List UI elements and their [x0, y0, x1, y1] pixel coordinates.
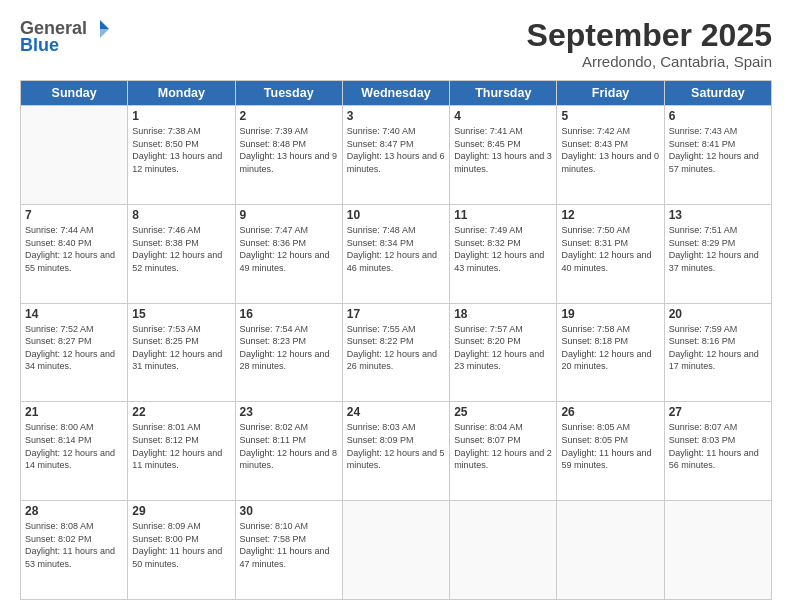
daylight-text: Daylight: 12 hours and 8 minutes.: [240, 448, 338, 471]
sunrise-text: Sunrise: 7:54 AM: [240, 324, 309, 334]
logo: General Blue: [20, 18, 111, 56]
day-info: Sunrise: 7:49 AMSunset: 8:32 PMDaylight:…: [454, 224, 552, 274]
sunset-text: Sunset: 8:41 PM: [669, 139, 736, 149]
daylight-text: Daylight: 13 hours and 0 minutes.: [561, 151, 659, 174]
day-info: Sunrise: 8:03 AMSunset: 8:09 PMDaylight:…: [347, 421, 445, 471]
daylight-text: Daylight: 12 hours and 2 minutes.: [454, 448, 552, 471]
day-info: Sunrise: 7:41 AMSunset: 8:45 PMDaylight:…: [454, 125, 552, 175]
sunset-text: Sunset: 8:25 PM: [132, 336, 199, 346]
sunset-text: Sunset: 8:43 PM: [561, 139, 628, 149]
daylight-text: Daylight: 11 hours and 59 minutes.: [561, 448, 651, 471]
day-info: Sunrise: 8:00 AMSunset: 8:14 PMDaylight:…: [25, 421, 123, 471]
table-row: [450, 501, 557, 600]
table-row: 23Sunrise: 8:02 AMSunset: 8:11 PMDayligh…: [235, 402, 342, 501]
sunrise-text: Sunrise: 7:51 AM: [669, 225, 738, 235]
table-row: 24Sunrise: 8:03 AMSunset: 8:09 PMDayligh…: [342, 402, 449, 501]
sunset-text: Sunset: 8:18 PM: [561, 336, 628, 346]
day-info: Sunrise: 7:51 AMSunset: 8:29 PMDaylight:…: [669, 224, 767, 274]
day-info: Sunrise: 8:09 AMSunset: 8:00 PMDaylight:…: [132, 520, 230, 570]
header-monday: Monday: [128, 81, 235, 106]
svg-marker-1: [100, 29, 109, 38]
page: General Blue September 2025 Arredondo, C…: [0, 0, 792, 612]
day-number: 1: [132, 109, 230, 123]
daylight-text: Daylight: 12 hours and 23 minutes.: [454, 349, 544, 372]
day-number: 16: [240, 307, 338, 321]
table-row: 30Sunrise: 8:10 AMSunset: 7:58 PMDayligh…: [235, 501, 342, 600]
table-row: [557, 501, 664, 600]
day-number: 27: [669, 405, 767, 419]
sunrise-text: Sunrise: 8:10 AM: [240, 521, 309, 531]
daylight-text: Daylight: 11 hours and 50 minutes.: [132, 546, 222, 569]
sunset-text: Sunset: 8:36 PM: [240, 238, 307, 248]
day-number: 13: [669, 208, 767, 222]
table-row: 4Sunrise: 7:41 AMSunset: 8:45 PMDaylight…: [450, 106, 557, 205]
sunrise-text: Sunrise: 7:41 AM: [454, 126, 523, 136]
sunrise-text: Sunrise: 7:48 AM: [347, 225, 416, 235]
table-row: [21, 106, 128, 205]
day-info: Sunrise: 7:43 AMSunset: 8:41 PMDaylight:…: [669, 125, 767, 175]
table-row: 11Sunrise: 7:49 AMSunset: 8:32 PMDayligh…: [450, 204, 557, 303]
daylight-text: Daylight: 11 hours and 56 minutes.: [669, 448, 759, 471]
table-row: 8Sunrise: 7:46 AMSunset: 8:38 PMDaylight…: [128, 204, 235, 303]
sunset-text: Sunset: 8:29 PM: [669, 238, 736, 248]
day-number: 10: [347, 208, 445, 222]
day-info: Sunrise: 8:10 AMSunset: 7:58 PMDaylight:…: [240, 520, 338, 570]
daylight-text: Daylight: 11 hours and 53 minutes.: [25, 546, 115, 569]
sunrise-text: Sunrise: 7:59 AM: [669, 324, 738, 334]
sunrise-text: Sunrise: 8:05 AM: [561, 422, 630, 432]
table-row: 26Sunrise: 8:05 AMSunset: 8:05 PMDayligh…: [557, 402, 664, 501]
day-number: 19: [561, 307, 659, 321]
header-friday: Friday: [557, 81, 664, 106]
table-row: 9Sunrise: 7:47 AMSunset: 8:36 PMDaylight…: [235, 204, 342, 303]
table-row: [342, 501, 449, 600]
day-number: 20: [669, 307, 767, 321]
calendar-week-row: 7Sunrise: 7:44 AMSunset: 8:40 PMDaylight…: [21, 204, 772, 303]
daylight-text: Daylight: 12 hours and 55 minutes.: [25, 250, 115, 273]
sunset-text: Sunset: 8:07 PM: [454, 435, 521, 445]
day-number: 26: [561, 405, 659, 419]
calendar-subtitle: Arredondo, Cantabria, Spain: [527, 53, 772, 70]
day-number: 5: [561, 109, 659, 123]
day-number: 6: [669, 109, 767, 123]
table-row: 21Sunrise: 8:00 AMSunset: 8:14 PMDayligh…: [21, 402, 128, 501]
daylight-text: Daylight: 12 hours and 49 minutes.: [240, 250, 330, 273]
daylight-text: Daylight: 12 hours and 46 minutes.: [347, 250, 437, 273]
sunset-text: Sunset: 8:00 PM: [132, 534, 199, 544]
table-row: 12Sunrise: 7:50 AMSunset: 8:31 PMDayligh…: [557, 204, 664, 303]
sunrise-text: Sunrise: 7:49 AM: [454, 225, 523, 235]
sunset-text: Sunset: 8:16 PM: [669, 336, 736, 346]
sunset-text: Sunset: 8:03 PM: [669, 435, 736, 445]
day-number: 3: [347, 109, 445, 123]
table-row: 28Sunrise: 8:08 AMSunset: 8:02 PMDayligh…: [21, 501, 128, 600]
table-row: 5Sunrise: 7:42 AMSunset: 8:43 PMDaylight…: [557, 106, 664, 205]
day-info: Sunrise: 7:46 AMSunset: 8:38 PMDaylight:…: [132, 224, 230, 274]
day-number: 24: [347, 405, 445, 419]
day-info: Sunrise: 7:38 AMSunset: 8:50 PMDaylight:…: [132, 125, 230, 175]
daylight-text: Daylight: 12 hours and 14 minutes.: [25, 448, 115, 471]
table-row: 16Sunrise: 7:54 AMSunset: 8:23 PMDayligh…: [235, 303, 342, 402]
table-row: 3Sunrise: 7:40 AMSunset: 8:47 PMDaylight…: [342, 106, 449, 205]
day-info: Sunrise: 8:05 AMSunset: 8:05 PMDaylight:…: [561, 421, 659, 471]
daylight-text: Daylight: 12 hours and 57 minutes.: [669, 151, 759, 174]
table-row: 25Sunrise: 8:04 AMSunset: 8:07 PMDayligh…: [450, 402, 557, 501]
svg-marker-0: [100, 20, 109, 29]
daylight-text: Daylight: 12 hours and 20 minutes.: [561, 349, 651, 372]
header-saturday: Saturday: [664, 81, 771, 106]
day-number: 25: [454, 405, 552, 419]
table-row: 14Sunrise: 7:52 AMSunset: 8:27 PMDayligh…: [21, 303, 128, 402]
day-info: Sunrise: 7:50 AMSunset: 8:31 PMDaylight:…: [561, 224, 659, 274]
day-number: 28: [25, 504, 123, 518]
sunset-text: Sunset: 8:27 PM: [25, 336, 92, 346]
day-number: 12: [561, 208, 659, 222]
calendar-week-row: 14Sunrise: 7:52 AMSunset: 8:27 PMDayligh…: [21, 303, 772, 402]
day-number: 4: [454, 109, 552, 123]
day-number: 15: [132, 307, 230, 321]
daylight-text: Daylight: 12 hours and 37 minutes.: [669, 250, 759, 273]
table-row: 15Sunrise: 7:53 AMSunset: 8:25 PMDayligh…: [128, 303, 235, 402]
table-row: 10Sunrise: 7:48 AMSunset: 8:34 PMDayligh…: [342, 204, 449, 303]
day-number: 30: [240, 504, 338, 518]
table-row: 18Sunrise: 7:57 AMSunset: 8:20 PMDayligh…: [450, 303, 557, 402]
sunrise-text: Sunrise: 7:44 AM: [25, 225, 94, 235]
sunset-text: Sunset: 8:47 PM: [347, 139, 414, 149]
calendar-title: September 2025: [527, 18, 772, 53]
